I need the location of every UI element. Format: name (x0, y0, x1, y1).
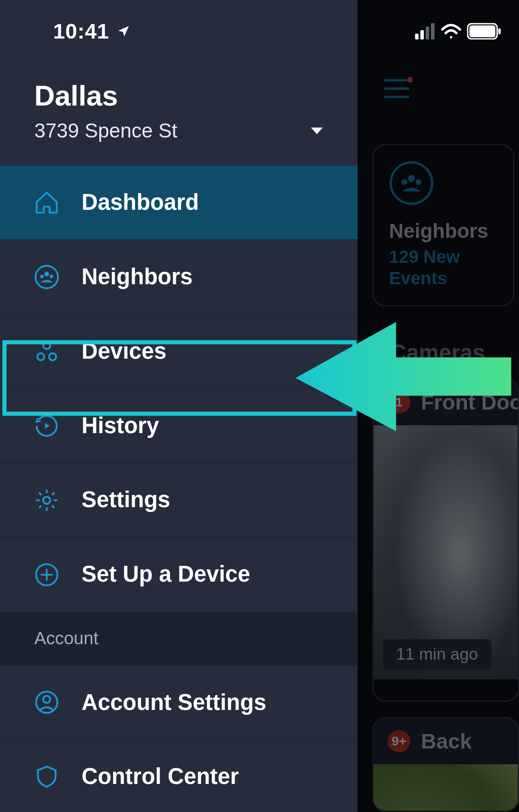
menu-item-settings[interactable]: Settings (0, 463, 358, 537)
menu-label: Devices (82, 339, 167, 364)
menu-label: Dashboard (82, 190, 199, 215)
svg-point-9 (44, 272, 49, 276)
menu-label: History (82, 413, 159, 438)
svg-rect-22 (415, 33, 419, 39)
menu-item-devices[interactable]: Devices (0, 314, 358, 388)
menu-label: Settings (82, 487, 170, 513)
side-menu-drawer: Dallas 3739 Spence St Dashboard (0, 0, 358, 812)
menu-item-control-center[interactable]: Control Center (0, 739, 358, 812)
menu-label: Set Up a Device (82, 562, 250, 587)
status-bar: 10:41 (0, 0, 519, 62)
svg-point-8 (36, 265, 58, 288)
plus-circle-icon (34, 562, 59, 587)
shield-icon (34, 764, 59, 789)
menu-item-neighbors[interactable]: Neighbors (0, 240, 358, 314)
account-section-header: Account (0, 612, 358, 665)
menu-label: Control Center (82, 764, 239, 789)
location-address: 3739 Spence St (34, 119, 177, 142)
menu-item-account-settings[interactable]: Account Settings (0, 665, 358, 740)
svg-rect-24 (426, 26, 429, 39)
chevron-down-icon (310, 127, 323, 135)
svg-rect-28 (498, 28, 501, 34)
status-time: 10:41 (53, 18, 109, 43)
devices-icon (34, 339, 59, 364)
menu-label: Neighbors (82, 264, 192, 289)
location-arrow-icon (116, 24, 130, 38)
menu-list: Dashboard Neighbors (0, 165, 358, 612)
wifi-icon (441, 23, 461, 39)
svg-point-12 (43, 342, 50, 349)
cellular-signal-icon (415, 23, 435, 39)
svg-point-10 (40, 274, 44, 278)
svg-point-11 (50, 274, 53, 278)
svg-rect-27 (469, 25, 495, 37)
history-icon (34, 413, 59, 438)
people-icon (34, 264, 59, 289)
battery-icon (467, 23, 501, 39)
svg-point-21 (43, 696, 50, 703)
menu-item-dashboard[interactable]: Dashboard (0, 166, 358, 240)
svg-rect-23 (420, 30, 424, 39)
menu-item-history[interactable]: History (0, 388, 358, 463)
menu-label: Account Settings (82, 689, 266, 715)
menu-item-setup-device[interactable]: Set Up a Device (0, 537, 358, 612)
svg-point-14 (49, 353, 56, 360)
gear-icon (34, 487, 59, 512)
location-selector[interactable]: Dallas 3739 Spence St (0, 62, 358, 165)
svg-point-16 (43, 496, 50, 503)
svg-point-13 (37, 353, 44, 360)
svg-rect-25 (431, 23, 434, 39)
home-icon (34, 190, 59, 215)
location-name: Dallas (34, 80, 323, 112)
drawer-shadow (358, 0, 363, 812)
user-icon (34, 690, 59, 715)
